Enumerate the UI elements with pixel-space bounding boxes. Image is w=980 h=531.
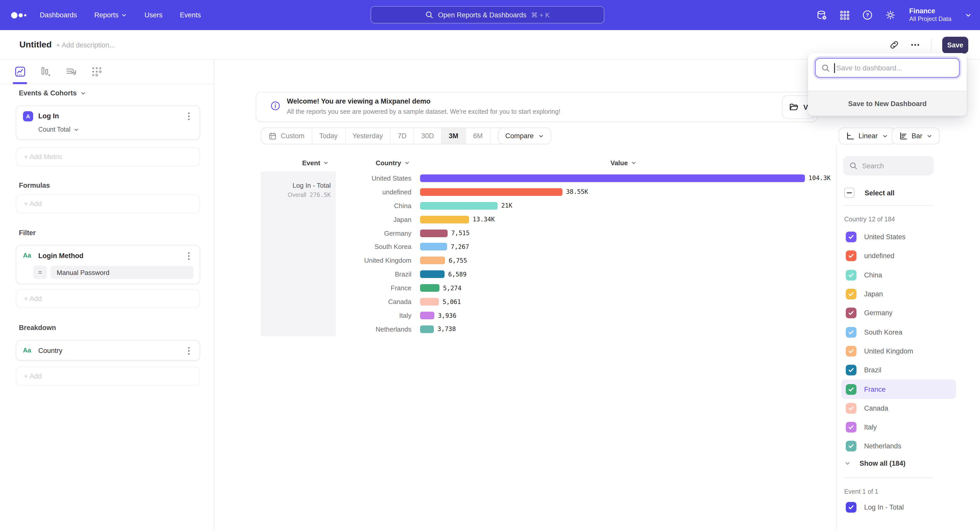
bar-row: Japan 13.34K: [327, 212, 822, 226]
country-filter-row[interactable]: undefined: [841, 247, 956, 266]
country-filter-row[interactable]: China: [841, 265, 956, 285]
bar-row: Germany 7,515: [327, 226, 822, 240]
column-header-country[interactable]: Country: [375, 159, 410, 167]
bar-segment[interactable]: [420, 325, 434, 333]
linear-axis-icon: [846, 132, 854, 140]
country-filter-row[interactable]: South Korea: [841, 323, 956, 342]
country-filter-label: China: [864, 271, 882, 279]
bar-segment[interactable]: [420, 257, 445, 265]
bar-segment[interactable]: [420, 188, 563, 196]
country-filter-label: Japan: [864, 290, 883, 298]
filter-property-name[interactable]: Login Method: [38, 252, 83, 260]
add-breakdown-button[interactable]: + Add: [16, 367, 200, 386]
events-cohorts-header[interactable]: Events & Cohorts: [19, 89, 86, 97]
mixpanel-logo-icon[interactable]: [10, 10, 27, 20]
country-filter-row[interactable]: France: [841, 380, 956, 399]
bar-segment[interactable]: [420, 243, 447, 251]
column-header-event[interactable]: Event: [302, 159, 329, 167]
filter-value[interactable]: Manual Password: [51, 266, 193, 279]
compare-button[interactable]: Compare: [498, 127, 551, 144]
event-filter-row[interactable]: Log In - Total: [846, 502, 904, 513]
data-management-icon[interactable]: [816, 10, 828, 21]
range-custom[interactable]: Custom: [261, 128, 312, 144]
bar-segment[interactable]: [420, 298, 439, 306]
segment-search-input[interactable]: Search: [843, 156, 934, 176]
country-filter-row[interactable]: Netherlands: [841, 437, 956, 456]
range-7d[interactable]: 7D: [390, 128, 414, 144]
aggregation-selector[interactable]: Count Total: [38, 126, 79, 133]
nav-item-events[interactable]: Events: [180, 11, 201, 19]
checked-checkbox-icon: [846, 346, 856, 357]
range-3m[interactable]: 3M: [442, 128, 466, 144]
add-description-button[interactable]: + Add description...: [56, 41, 115, 49]
top-nav: DashboardsReportsUsersEvents Open Report…: [0, 0, 980, 30]
range-30d[interactable]: 30D: [414, 128, 442, 144]
query-builder-panel: Events & Cohorts A Log In Count Total + …: [0, 60, 215, 531]
check-icon: [848, 424, 854, 431]
show-all-toggle[interactable]: Show all (184): [844, 460, 905, 467]
global-search-button[interactable]: Open Reports & Dashboards ⌘ + K: [371, 6, 605, 24]
chevron-down-icon: [538, 133, 544, 139]
bar-segment[interactable]: [420, 202, 498, 210]
view-docs-label: V: [803, 103, 808, 111]
range-today[interactable]: Today: [312, 128, 345, 144]
bar-value-label: 104.3K: [808, 175, 831, 182]
bar-segment[interactable]: [420, 284, 439, 292]
kebab-menu-icon[interactable]: [184, 346, 193, 356]
nav-item-users[interactable]: Users: [145, 11, 162, 19]
bar-segment[interactable]: [420, 174, 805, 182]
tab-funnels[interactable]: [40, 59, 52, 84]
copy-link-icon[interactable]: [889, 40, 899, 50]
breakdown-property-name[interactable]: Country: [38, 347, 62, 355]
project-switcher[interactable]: Finance All Project Data: [909, 7, 972, 23]
bar-value-label: 7,267: [451, 243, 469, 250]
country-filter-row[interactable]: Germany: [841, 303, 956, 323]
apps-grid-icon[interactable]: [840, 10, 850, 20]
nav-item-dashboards[interactable]: Dashboards: [40, 11, 77, 19]
column-header-value[interactable]: Value: [611, 159, 636, 167]
country-filter-row[interactable]: Canada: [841, 399, 956, 418]
bar-category-label: United States: [327, 174, 411, 182]
select-all-checkbox[interactable]: Select all: [844, 188, 894, 198]
add-filter-button[interactable]: + Add: [16, 289, 200, 308]
gear-icon[interactable]: [885, 10, 896, 21]
metric-card[interactable]: A Log In Count Total: [16, 106, 200, 140]
bar-segment[interactable]: [420, 216, 469, 223]
chart-type-selector[interactable]: Bar: [892, 127, 940, 144]
country-filter-row[interactable]: United Kingdom: [841, 342, 956, 361]
bar-segment[interactable]: [420, 271, 445, 278]
kebab-menu-icon[interactable]: [184, 111, 193, 121]
kebab-menu-icon[interactable]: [184, 251, 193, 261]
save-to-dashboard-input[interactable]: Save to dashboard...: [815, 58, 959, 78]
save-to-new-dashboard-button[interactable]: Save to New Dashboard: [808, 91, 967, 116]
event-series-cell[interactable]: Log In - Total Overall 276.5K: [261, 171, 336, 336]
help-icon[interactable]: ?: [862, 10, 873, 21]
country-filter-row[interactable]: United States: [841, 228, 956, 247]
range-6m[interactable]: 6M: [466, 128, 490, 144]
filter-card[interactable]: Aa Login Method = Manual Password: [16, 245, 200, 284]
breakdown-card[interactable]: Aa Country: [16, 340, 200, 361]
global-search-placeholder: Open Reports & Dashboards: [438, 11, 527, 19]
report-title[interactable]: Untitled: [19, 40, 52, 50]
country-filter-row[interactable]: Brazil: [841, 361, 956, 380]
country-filter-row[interactable]: Italy: [841, 418, 956, 437]
save-button[interactable]: Save: [942, 36, 968, 53]
bar-row: Brazil 6,589: [327, 268, 822, 281]
tab-flows[interactable]: [65, 59, 77, 84]
metric-event-name[interactable]: Log In: [38, 112, 59, 120]
tab-insights[interactable]: [14, 59, 26, 84]
country-filter-label: Germany: [864, 309, 892, 317]
bar-segment[interactable]: [420, 312, 434, 319]
range-yesterday[interactable]: Yesterday: [345, 128, 390, 144]
filter-operator[interactable]: =: [33, 266, 47, 279]
add-metric-button[interactable]: + Add Metric: [16, 147, 200, 166]
add-formula-button[interactable]: + Add: [16, 194, 200, 213]
text-caret: [834, 63, 835, 73]
nav-item-reports[interactable]: Reports: [94, 11, 127, 19]
tab-retention[interactable]: [91, 59, 103, 84]
more-options-icon[interactable]: [910, 40, 920, 50]
scale-selector[interactable]: Linear: [838, 127, 895, 144]
bar-segment[interactable]: [420, 229, 448, 237]
bar-value-label: 21K: [501, 202, 512, 209]
country-filter-row[interactable]: Japan: [841, 285, 956, 304]
